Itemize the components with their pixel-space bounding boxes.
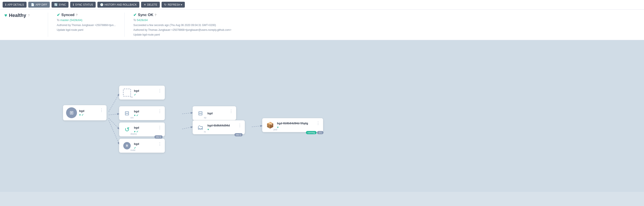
app-diff-label: APP DIFF [36,3,47,6]
main-node-name: bgd [79,109,98,112]
rs-node-info: bgd-6b9b64d94d ♥ [208,124,236,131]
pod-node-name: bgd-6b9b64d94d-5fqdg [277,122,314,125]
synced-check-icon: ✔ [57,12,60,17]
main-node-info: bgd ♥ ✔ [79,109,98,116]
sync-status-label: SYNC STATUS [75,3,93,6]
deploy-node-menu[interactable]: ⋮ [158,125,162,130]
stack-icon: ⊞ [70,110,74,115]
rs-node[interactable]: 🗂 bgd-6b9b64d94d ♥ ⋮ rs rev:1 [193,120,245,134]
synced-commit: Update bgd-route.yaml [57,28,116,32]
rs-heart-icon: ♥ [208,128,209,131]
route-node[interactable]: R bgd ✔ ⋮ route [119,139,165,153]
synced-label: Synced [61,13,74,17]
deploy-badge: rev:1 [154,135,163,139]
sync-button[interactable]: 🔄 SYNC [52,2,68,7]
refresh-label: REFRESH ▾ [168,3,182,6]
app-details-button[interactable]: ℹ APP DETAILS [2,2,26,7]
ns-node-menu[interactable]: ⋮ [158,88,162,93]
history-icon: 🕐 [100,3,104,6]
route-node-menu[interactable]: ⋮ [158,141,162,146]
svc-node-menu[interactable]: ⋮ [158,108,162,114]
sync-ok-section: ✔ Sync OK ? To 5428c64 Succeeded a few s… [133,12,231,37]
app-diff-button[interactable]: 📄 APP DIFF [28,2,50,7]
health-label: Healthy [9,12,26,18]
ns-node-status: ✔ [134,93,156,96]
rs-icon: 🗂 [198,124,204,131]
sync-icon: 🔄 [54,3,58,6]
history-rollback-label: HISTORY AND ROLLBACK [104,3,137,6]
route-icon: R [123,142,131,149]
svg-line-2 [109,118,119,129]
svc-node[interactable]: ⊟ bgd ♥ ✔ ⋮ svc [119,106,165,120]
rs-node-name: bgd-6b9b64d94d [208,124,236,127]
sync-ok-line3: Update bgd-route.yaml [133,33,231,37]
graph-area: ⊞ bgd ♥ ✔ ⋮ bgd ✔ ⋮ ns ⊟ bgd [0,40,644,192]
route-node-info: bgd ✔ [134,142,156,149]
svg-line-5 [182,127,193,129]
pod-running-badge: running [306,131,316,134]
synced-to: To master (5428c64) [57,18,116,22]
deploy-type-label: deploy [130,133,137,135]
synced-link[interactable]: master (5428c64) [60,18,82,22]
rs-badge: rev:1 [234,133,243,136]
delete-label: DELETE [147,3,158,6]
rs-node-status: ♥ [208,128,236,131]
status-divider-2 [124,12,124,37]
pod-heart-icon: ♥ [277,126,278,129]
sync-label: SYNC [59,3,66,6]
sync-ok-link[interactable]: 5428c64 [137,18,148,22]
synced-info-icon[interactable]: ? [76,13,78,17]
svc-node-info: bgd ♥ ✔ [134,110,156,117]
svg-line-3 [109,120,119,144]
sync-ok-label: Sync OK [138,13,153,17]
ns-node[interactable]: bgd ✔ ⋮ ns [119,86,165,100]
rs-type-label: rs [204,130,206,133]
refresh-button[interactable]: ↻ REFRESH ▾ [162,2,185,7]
route-node-status: ✔ [134,146,156,149]
sync-ok-info-icon[interactable]: ? [154,13,156,17]
synced-title: ✔ Synced ? [57,12,116,17]
network-icon: ⊟ [124,110,129,117]
health-info-icon[interactable]: ? [28,14,30,17]
status-bar: ♥ Healthy ? ✔ Synced ? To master (5428c6… [0,9,644,40]
pod-node-status: ♥ [277,126,314,129]
delete-button[interactable]: ✕ DELETE [141,2,160,7]
main-node-menu[interactable]: ⋮ [100,107,104,112]
svc-check-icon: ✔ [136,114,138,117]
rs-node-menu[interactable]: ⋮ [238,122,242,128]
svg-line-1 [109,114,119,115]
svc-type-label: svc [130,116,134,119]
ns-node-info: bgd ✔ [134,89,156,96]
delete-icon: ✕ [144,3,146,6]
deploy-node-name: bgd [134,126,156,129]
main-node-status: ♥ ✔ [79,113,98,116]
deploy-node-info: bgd ♥ ✔ [134,126,156,133]
svc-node-name: bgd [134,110,156,113]
svc-node-status: ♥ ✔ [134,114,156,117]
sync-ok-check-icon: ✔ [133,12,136,17]
ep-type-label: ep [204,116,206,119]
deploy-node[interactable]: ↺ bgd ♥ ✔ ⋮ deploy rev:1 [119,122,165,136]
ep-node-menu[interactable]: ⋮ [229,108,233,114]
ns-check-icon: ✔ [134,93,136,96]
ns-icon [123,89,131,97]
pod-count-badge: 1/1 [317,131,324,134]
sync-ok-line2: Authored by Thomas Jungbauer <25078868+t… [133,28,231,32]
stack-icon-circle: ⊞ [66,107,77,118]
toolbar: ℹ APP DETAILS 📄 APP DIFF 🔄 SYNC ℹ SYNC S… [0,0,644,9]
ep-node-info: bgd [208,112,227,115]
main-heart-icon: ♥ [79,113,81,116]
app-details-label: APP DETAILS [8,3,24,6]
main-node[interactable]: ⊞ bgd ♥ ✔ ⋮ [63,105,106,120]
sync-status-button[interactable]: ℹ SYNC STATUS [70,2,96,7]
sync-status-icon: ℹ [73,3,74,6]
health-section: ♥ Healthy ? [4,12,39,18]
history-rollback-button[interactable]: 🕐 HISTORY AND ROLLBACK [98,2,139,7]
pod-node-menu[interactable]: ⋮ [316,120,320,125]
ep-node[interactable]: ⊟ bgd ⋮ ep [193,106,236,120]
sync-ok-line1: Succeeded a few seconds ago (Thu Aug 06 … [133,23,231,27]
info-icon: ℹ [5,3,6,6]
pod-node[interactable]: 📦 bgd-6b9b64d94d-5fqdg ♥ ⋮ pod running 1… [262,118,323,132]
status-divider-1 [48,12,48,37]
pod-node-info: bgd-6b9b64d94d-5fqdg ♥ [277,122,314,129]
